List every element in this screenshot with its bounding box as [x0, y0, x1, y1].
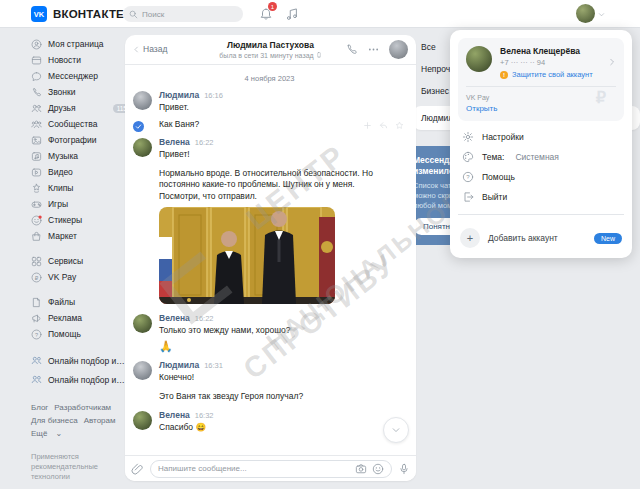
menu-item-settings[interactable]: Настройки: [458, 127, 624, 147]
warning-icon: !: [500, 71, 508, 79]
avatar[interactable]: [133, 314, 152, 333]
message-text: Спасибо 😄: [159, 422, 397, 434]
sidebar-item-vkpay[interactable]: ₽ VK Pay: [31, 269, 131, 285]
profile-avatar: [466, 46, 492, 72]
chat-panel: Назад Людмила Пастухова была в сети 31 м…: [125, 35, 416, 481]
profile-phone: +7 ··· ··· ·· 94: [500, 58, 593, 67]
search-input[interactable]: [142, 10, 232, 19]
account-dropdown-menu: Велена Клещерёва +7 ··· ··· ·· 94 ! Защи…: [450, 30, 632, 258]
sidebar-item-online-selection-1[interactable]: Онлайн подбор и…: [31, 351, 131, 370]
profile-row[interactable]: Велена Клещерёва +7 ··· ··· ·· 94 ! Защи…: [466, 46, 616, 79]
camera-icon[interactable]: [355, 463, 367, 475]
sidebar-item-friends[interactable]: Друзья 115: [31, 100, 131, 116]
footer-link-developers[interactable]: Разработчикам: [54, 401, 111, 414]
message-text: Как Ваня?: [159, 119, 397, 131]
account-avatar[interactable]: [576, 4, 595, 23]
menu-item-theme[interactable]: Тема: Системная: [458, 147, 624, 167]
new-badge: New: [594, 233, 622, 244]
sidebar-item-games[interactable]: Игры: [31, 196, 131, 212]
sidebar-item-label: Онлайн подбор и…: [48, 356, 125, 366]
menu-item-help[interactable]: ? Помощь: [458, 167, 624, 187]
sidebar-item-label: Сообщества: [48, 119, 97, 129]
message-text: Привет!: [159, 149, 397, 161]
sidebar-item-label: Мессенджер: [48, 71, 98, 81]
emoji-smiley-icon[interactable]: [372, 463, 384, 475]
avatar[interactable]: [133, 361, 152, 380]
message-time: 16:22: [195, 314, 214, 323]
global-search[interactable]: [123, 6, 243, 22]
avatar[interactable]: [133, 411, 152, 430]
chat-partner-avatar[interactable]: [389, 40, 408, 59]
avatar[interactable]: [133, 138, 152, 157]
svg-text:?: ?: [466, 174, 470, 180]
footer-link-more[interactable]: Ещё ⌄: [31, 427, 62, 440]
date-separator: 4 ноября 2023: [133, 74, 406, 83]
music-note-icon[interactable]: [285, 7, 299, 21]
sidebar-item-services[interactable]: Сервисы: [31, 253, 131, 269]
sidebar-item-news[interactable]: Новости: [31, 52, 131, 68]
sidebar-item-online-selection-2[interactable]: Онлайн подбор и…: [31, 370, 131, 389]
sidebar-item-label: Друзья: [48, 103, 76, 113]
sidebar-item-photos[interactable]: Фотографии: [31, 132, 131, 148]
vk-logo[interactable]: VK ВКОНТАКТЕ: [31, 6, 124, 22]
profile-name: Велена Клещерёва: [500, 46, 593, 56]
message-text: Привет.: [159, 102, 397, 114]
message-author[interactable]: Велена: [159, 313, 190, 323]
menu-item-logout[interactable]: Выйти: [458, 187, 624, 207]
back-button[interactable]: Назад: [133, 44, 167, 54]
scroll-to-bottom-button[interactable]: [383, 417, 409, 443]
footer-link-authors[interactable]: Авторам: [84, 414, 116, 427]
clips-icon: [31, 183, 42, 194]
message-input[interactable]: [158, 464, 350, 473]
message-author[interactable]: Людмила: [159, 90, 199, 100]
message-author[interactable]: Велена: [159, 410, 190, 420]
photos-icon: [31, 135, 42, 146]
message-time: 16:32: [195, 411, 214, 420]
account-chevron-down-icon[interactable]: [598, 11, 605, 18]
photo-attachment[interactable]: [159, 207, 335, 304]
sidebar-item-help[interactable]: ? Помощь: [31, 326, 131, 342]
sidebar-item-label: Сервисы: [48, 256, 83, 266]
sidebar-item-communities[interactable]: Сообщества: [31, 116, 131, 132]
help-question-icon: ?: [31, 329, 42, 340]
sidebar-item-calls[interactable]: Звонки: [31, 84, 131, 100]
reply-icon[interactable]: [379, 121, 388, 130]
chat-status: была в сети 31 минуту назад: [195, 51, 346, 59]
message-author[interactable]: Людмила: [159, 360, 199, 370]
online-selection-icon: [31, 355, 42, 366]
sidebar-item-label: Реклама: [48, 313, 82, 323]
call-icon[interactable]: [345, 43, 358, 56]
ruble-watermark: ₽: [596, 88, 606, 107]
message-group: Людмила 16:31 Конечно! Это Ваня так звез…: [133, 360, 406, 403]
recommendation-note: Применяются рекомендательные технологии: [31, 452, 117, 482]
sidebar-item-video[interactable]: Видео: [31, 164, 131, 180]
sidebar-item-my-page[interactable]: Моя страница: [31, 36, 131, 52]
sidebar-item-music[interactable]: Музыка: [31, 148, 131, 164]
footer-link-business[interactable]: Для бизнеса: [31, 414, 78, 427]
sidebar-item-files[interactable]: Файлы: [31, 294, 131, 310]
more-options-icon[interactable]: [367, 43, 380, 56]
chevron-left-icon: [133, 45, 140, 54]
market-bag-icon: [31, 231, 42, 242]
music-icon: [31, 151, 42, 162]
sidebar-item-label: Онлайн подбор и…: [48, 375, 125, 385]
sidebar-item-messenger[interactable]: Мессенджер: [31, 68, 131, 84]
sidebar-item-clips[interactable]: Клипы: [31, 180, 131, 196]
avatar[interactable]: [133, 91, 152, 110]
forward-icon[interactable]: [363, 121, 372, 130]
message-author[interactable]: Велена: [159, 137, 190, 147]
photo-two-men-gold-hall: [159, 207, 335, 304]
attach-paperclip-icon[interactable]: [131, 462, 144, 475]
sidebar-item-market[interactable]: Маркет: [31, 228, 131, 244]
logout-icon: [462, 191, 474, 203]
favorite-star-icon[interactable]: [395, 121, 404, 130]
message-group: Людмила 16:16 Привет.: [133, 90, 406, 114]
protect-account-link[interactable]: ! Защитите свой аккаунт: [500, 70, 593, 79]
sidebar-item-ads[interactable]: Реклама: [31, 310, 131, 326]
add-account-button[interactable]: + Добавить аккаунт New: [458, 222, 624, 250]
footer-link-blog[interactable]: Блог: [31, 401, 48, 414]
microphone-icon[interactable]: [398, 463, 410, 475]
sidebar-item-stickers[interactable]: Стикеры: [31, 212, 131, 228]
vkpay-open-link[interactable]: Открыть: [466, 104, 616, 113]
services-grid-icon: [31, 256, 42, 267]
